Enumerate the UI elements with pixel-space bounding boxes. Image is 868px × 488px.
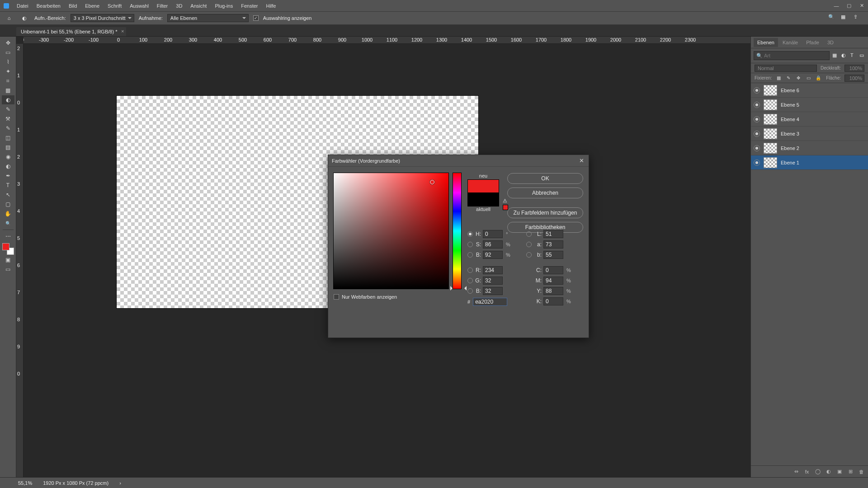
tab-pfade[interactable]: Pfade [802, 38, 823, 47]
menu-ansicht[interactable]: Ansicht [187, 3, 210, 9]
quickmask-icon[interactable]: ▣ [2, 255, 14, 264]
sat-radio[interactable] [467, 242, 473, 247]
b-input[interactable] [543, 251, 563, 259]
menu-plugins[interactable]: Plug-ins [212, 3, 236, 9]
g-radio[interactable] [467, 278, 473, 283]
layer-name[interactable]: Ebene 6 [781, 88, 799, 93]
mask-icon[interactable]: ◯ [815, 469, 821, 475]
lasso-tool[interactable] [2, 57, 14, 66]
dodge-tool[interactable] [2, 162, 14, 171]
layer-visibility-icon[interactable] [754, 145, 760, 151]
menu-3d[interactable]: 3D [173, 3, 185, 9]
layer-name[interactable]: Ebene 3 [781, 131, 799, 136]
history-brush-tool[interactable] [2, 124, 14, 133]
layer-name[interactable]: Ebene 2 [781, 145, 799, 151]
layer-thumbnail[interactable] [764, 99, 777, 110]
layer-row[interactable]: Ebene 1 [751, 155, 868, 170]
link-layers-icon[interactable]: ⇔ [793, 469, 799, 475]
gradient-tool[interactable] [2, 143, 14, 152]
layer-thumbnail[interactable] [764, 85, 777, 96]
cancel-button[interactable]: Abbrechen [507, 188, 583, 198]
eyedropper-tool[interactable] [2, 95, 14, 104]
layer-filter-input[interactable] [754, 51, 830, 60]
menu-bild[interactable]: Bild [66, 3, 80, 9]
brush-tool[interactable] [2, 105, 14, 114]
share-icon[interactable]: ⇪ [854, 14, 862, 22]
menu-filter[interactable]: Filter [154, 3, 171, 9]
bval-radio[interactable] [467, 288, 473, 294]
y-input[interactable] [543, 287, 563, 295]
layer-visibility-icon[interactable] [754, 116, 760, 122]
layer-name[interactable]: Ebene 4 [781, 117, 799, 122]
layer-name[interactable]: Ebene 5 [781, 102, 799, 108]
stamp-tool[interactable] [2, 114, 14, 123]
layer-thumbnail[interactable] [764, 143, 777, 154]
menu-schrift[interactable]: Schrift [104, 3, 125, 9]
layer-row[interactable]: Ebene 6 [751, 83, 868, 98]
group-icon[interactable]: ▣ [836, 469, 843, 475]
sb-cursor-icon[interactable] [430, 180, 434, 184]
hue-radio[interactable] [467, 231, 473, 237]
a-radio[interactable] [526, 242, 532, 247]
c-input[interactable] [543, 266, 563, 274]
lock-pixels-icon[interactable]: ✎ [785, 75, 792, 81]
lock-artboard-icon[interactable]: ▭ [805, 75, 811, 81]
search-icon[interactable] [828, 14, 836, 22]
pen-tool[interactable] [2, 171, 14, 180]
adjustment-icon[interactable]: ◐ [826, 469, 832, 475]
hue-strip[interactable] [453, 173, 461, 289]
lock-position-icon[interactable]: ✥ [795, 75, 802, 81]
path-select-tool[interactable] [2, 190, 14, 199]
hue-arrow-left-icon[interactable] [450, 286, 455, 291]
r-input[interactable] [483, 266, 503, 274]
menu-datei[interactable]: Datei [14, 3, 32, 9]
menu-ebene[interactable]: Ebene [82, 3, 103, 9]
hex-input[interactable] [473, 298, 507, 306]
layer-thumbnail[interactable] [764, 114, 777, 125]
screenmode-icon[interactable]: ▭ [2, 265, 14, 274]
b-radio[interactable] [526, 252, 532, 258]
opacity-input[interactable]: 100% [844, 65, 864, 72]
fill-input[interactable]: 100% [844, 75, 864, 82]
text-tool[interactable] [2, 181, 14, 190]
document-tab[interactable]: Unbenannt-1 bei 55,1% (Ebene 1, RGB/8) *… [16, 27, 126, 36]
ok-button[interactable]: OK [507, 173, 583, 184]
k-input[interactable] [543, 297, 563, 305]
zoom-level[interactable]: 55,1% [18, 480, 32, 486]
new-layer-icon[interactable]: ⊞ [847, 469, 854, 475]
a-input[interactable] [543, 240, 563, 249]
m-input[interactable] [543, 277, 563, 285]
menu-bearbeiten[interactable]: Bearbeiten [33, 3, 64, 9]
document-tab-close-icon[interactable]: × [121, 28, 124, 34]
tab-ebenen[interactable]: Ebenen [754, 38, 778, 47]
layer-row[interactable]: Ebene 3 [751, 127, 868, 141]
frame-tool[interactable] [2, 86, 14, 95]
hue-arrow-right-icon[interactable] [462, 286, 467, 291]
bval-input[interactable] [483, 287, 503, 295]
show-ring-checkbox[interactable]: ✓ [253, 15, 259, 21]
lock-all-icon[interactable]: 🔒 [815, 75, 821, 81]
menu-fenster[interactable]: Fenster [238, 3, 261, 9]
status-caret-icon[interactable]: › [119, 480, 121, 486]
dialog-close-icon[interactable]: ✕ [578, 157, 585, 164]
dialog-titlebar[interactable]: Farbwähler (Vordergrundfarbe) ✕ [328, 155, 589, 167]
lock-transparency-icon[interactable]: ▦ [775, 75, 782, 81]
layer-visibility-icon[interactable] [754, 131, 760, 137]
crop-tool[interactable] [2, 76, 14, 85]
layer-visibility-icon[interactable] [754, 102, 760, 108]
tab-kanaele[interactable]: Kanäle [779, 38, 802, 47]
fx-icon[interactable]: fx [804, 469, 810, 475]
wand-tool[interactable] [2, 67, 14, 76]
layer-thumbnail[interactable] [764, 128, 777, 139]
window-close-icon[interactable]: ✕ [855, 0, 868, 11]
web-only-checkbox[interactable] [334, 294, 339, 300]
saturation-brightness-field[interactable] [334, 173, 448, 289]
window-minimize-icon[interactable]: — [830, 0, 843, 11]
home-icon[interactable] [4, 13, 14, 23]
eyedropper-icon[interactable] [19, 13, 30, 23]
filter-type-icon[interactable]: T [850, 52, 857, 59]
sat-input[interactable] [483, 240, 503, 249]
blend-mode-dropdown[interactable]: Normal [755, 65, 817, 72]
layer-visibility-icon[interactable] [754, 87, 760, 94]
l-radio[interactable] [526, 231, 532, 237]
